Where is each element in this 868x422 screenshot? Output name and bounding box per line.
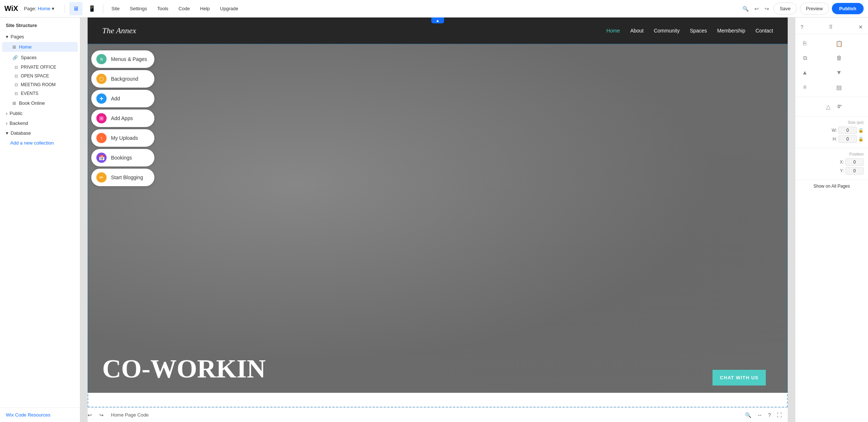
site-button[interactable]: Site bbox=[108, 4, 123, 14]
home-page-icon: ⊞ bbox=[12, 45, 16, 50]
save-button[interactable]: Save bbox=[773, 3, 797, 15]
panel-top-bar: ? ⠿ ✕ bbox=[795, 20, 868, 34]
publish-button[interactable]: Publish bbox=[832, 3, 864, 14]
background-icon: ⬡ bbox=[96, 74, 107, 84]
panel-question-button[interactable]: ? bbox=[799, 23, 805, 31]
sidebar-item-home[interactable]: ⊞ Home bbox=[2, 42, 78, 52]
bookings-label: Bookings bbox=[111, 155, 132, 161]
position-label: Position bbox=[800, 152, 864, 156]
h-lock-icon[interactable]: 🔒 bbox=[858, 137, 864, 142]
sidebar-section-pages[interactable]: ▾ Pages bbox=[0, 32, 80, 42]
upgrade-button[interactable]: Upgrade bbox=[216, 4, 242, 14]
settings-button[interactable]: Settings bbox=[126, 4, 151, 14]
show-all-pages-button[interactable]: Show on All Pages bbox=[795, 180, 868, 192]
sidebar-item-spaces[interactable]: 🔗 Spaces bbox=[2, 53, 78, 62]
duplicate-button[interactable]: ⧉ bbox=[798, 51, 811, 65]
undo-button[interactable]: ↩ bbox=[753, 4, 760, 13]
copy-button[interactable]: ⎘ bbox=[798, 37, 811, 50]
right-panel: ? ⠿ ✕ ⎘ 📋 ⧉ 🗑 ▲ ▼ ≡ ▤ △ 0° Size (px) W: … bbox=[795, 18, 868, 422]
panel-position-section: Position X: 0 Y: 0 bbox=[795, 148, 868, 180]
my-uploads-button[interactable]: ↑ My Uploads bbox=[91, 129, 154, 147]
chat-widget[interactable]: CHAT WITH US bbox=[713, 370, 766, 385]
wix-code-resources-link[interactable]: Wix Code Resources bbox=[6, 412, 50, 418]
nav-about[interactable]: About bbox=[630, 28, 644, 34]
panel-size-section: Size (px) W: 0 🔒 H: 0 🔒 bbox=[795, 116, 868, 148]
add-apps-button[interactable]: ⊞ Add Apps bbox=[91, 110, 154, 127]
bring-forward-button[interactable]: ▲ bbox=[798, 66, 811, 79]
sidebar-item-private-office[interactable]: ⊡ PRIVATE OFFICE bbox=[0, 63, 80, 72]
site-structure-title: Site Structure bbox=[0, 18, 80, 32]
align-right-button[interactable]: ▤ bbox=[833, 81, 846, 94]
sidebar-bottom: Wix Code Resources bbox=[0, 407, 80, 422]
home-label: Home bbox=[19, 44, 32, 50]
code-button[interactable]: Code bbox=[175, 4, 193, 14]
background-label: Background bbox=[111, 76, 138, 82]
add-apps-icon: ⊞ bbox=[96, 113, 107, 123]
sidebar-item-events[interactable]: ⊡ EVENTS bbox=[0, 89, 80, 98]
bottom-question-button[interactable]: ? bbox=[768, 412, 771, 418]
redo-button[interactable]: ↪ bbox=[763, 4, 771, 13]
delete-button[interactable]: 🗑 bbox=[833, 51, 846, 65]
panel-tools: ⎘ 📋 ⧉ 🗑 ▲ ▼ ≡ ▤ bbox=[795, 34, 868, 97]
h-value[interactable]: 0 bbox=[838, 135, 857, 143]
nav-spaces[interactable]: Spaces bbox=[690, 28, 707, 34]
add-label: Add bbox=[111, 96, 120, 101]
preview-button[interactable]: Preview bbox=[800, 3, 829, 15]
y-row: Y: 0 bbox=[800, 167, 864, 174]
bookings-button[interactable]: 📅 Bookings bbox=[91, 149, 154, 166]
search-icon-btn[interactable]: 🔍 bbox=[741, 4, 750, 13]
start-blogging-icon: ✏ bbox=[96, 172, 107, 183]
spaces-icon: 🔗 bbox=[12, 55, 18, 60]
bottom-expand-button[interactable]: ⛶ bbox=[777, 412, 782, 418]
sidebar-section-database[interactable]: ▾ Database bbox=[0, 128, 80, 138]
align-left-button[interactable]: ≡ bbox=[798, 81, 811, 94]
open-space-label: OPEN SPACE bbox=[21, 73, 49, 78]
sidebar-section-backend[interactable]: › Backend bbox=[0, 118, 80, 128]
desktop-device-button[interactable]: 🖥 bbox=[69, 2, 82, 15]
canvas-area: ▲ The Annex Home About Community Spaces … bbox=[80, 18, 795, 422]
sidebar-item-meeting-room[interactable]: ⊡ MEETING ROOM bbox=[0, 80, 80, 89]
start-blogging-button[interactable]: ✏ Start Blogging bbox=[91, 169, 154, 186]
bottom-bar-actions: 🔍 ↔ ? ⛶ bbox=[745, 412, 788, 418]
bottom-resize-button[interactable]: ↔ bbox=[757, 412, 762, 418]
menus-pages-button[interactable]: ≡ Menus & Pages bbox=[91, 50, 154, 68]
site-logo: The Annex bbox=[102, 26, 136, 35]
panel-close-button[interactable]: ✕ bbox=[857, 23, 864, 31]
nav-contact[interactable]: Contact bbox=[756, 28, 773, 34]
divider-2 bbox=[103, 4, 103, 13]
paste-button[interactable]: 📋 bbox=[833, 37, 846, 50]
bottom-undo-button[interactable]: ↩ bbox=[88, 412, 92, 418]
h-label: H: bbox=[833, 137, 837, 142]
drag-handle[interactable]: ▲ bbox=[431, 18, 444, 23]
add-button[interactable]: + Add bbox=[91, 90, 154, 107]
y-label: Y: bbox=[840, 168, 844, 173]
nav-membership[interactable]: Membership bbox=[717, 28, 745, 34]
mobile-device-button[interactable]: 📱 bbox=[85, 2, 99, 15]
sidebar-section-public[interactable]: › Public bbox=[0, 108, 80, 118]
nav-home[interactable]: Home bbox=[606, 28, 620, 34]
w-lock-icon[interactable]: 🔒 bbox=[858, 128, 864, 133]
send-backward-button[interactable]: ▼ bbox=[833, 66, 846, 79]
bottom-redo-button[interactable]: ↪ bbox=[99, 412, 104, 418]
backend-label: Backend bbox=[9, 120, 28, 126]
x-value[interactable]: 0 bbox=[845, 158, 864, 166]
sidebar-item-open-space[interactable]: ⊡ OPEN SPACE bbox=[0, 72, 80, 80]
chevron-down-icon: ▾ bbox=[52, 6, 54, 11]
background-button[interactable]: ⬡ Background bbox=[91, 70, 154, 88]
sidebar-item-book-online[interactable]: ⊞ Book Online bbox=[2, 98, 78, 108]
site-canvas: The Annex Home About Community Spaces Me… bbox=[88, 18, 788, 407]
nav-community[interactable]: Community bbox=[654, 28, 680, 34]
triangle-icon-btn[interactable]: △ bbox=[822, 100, 835, 113]
divider-1 bbox=[65, 4, 65, 13]
bottom-search-button[interactable]: 🔍 bbox=[745, 412, 751, 418]
add-icon: + bbox=[96, 93, 107, 104]
add-collection-link[interactable]: Add a new collection bbox=[0, 138, 80, 148]
w-value[interactable]: 0 bbox=[838, 127, 857, 134]
wix-logo: WiX bbox=[4, 4, 18, 13]
angle-value: 0° bbox=[838, 104, 842, 109]
events-label: EVENTS bbox=[21, 91, 38, 96]
help-button[interactable]: Help bbox=[196, 4, 214, 14]
y-value[interactable]: 0 bbox=[845, 167, 864, 174]
tools-button[interactable]: Tools bbox=[154, 4, 172, 14]
panel-grid-button[interactable]: ⠿ bbox=[827, 23, 834, 31]
